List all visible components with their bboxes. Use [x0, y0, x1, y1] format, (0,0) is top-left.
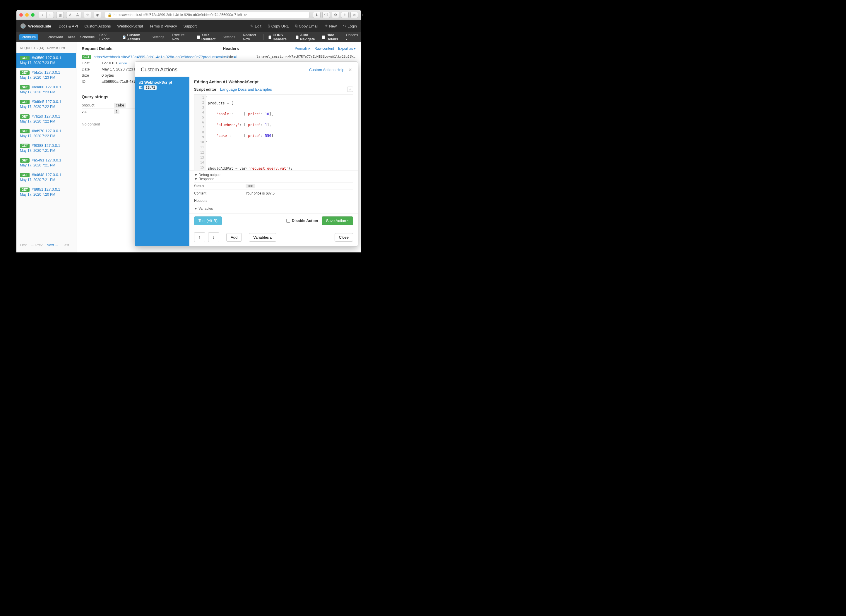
request-item[interactable]: GET #f8388 127.0.0.1May 17, 2020 7:21 PM — [16, 141, 76, 155]
request-time: May 17, 2020 7:23 PM — [20, 61, 73, 65]
test-button[interactable]: Test (Alt-R) — [194, 216, 222, 225]
qs-key: vat — [82, 109, 114, 114]
close-icon[interactable]: × — [348, 66, 352, 73]
nav-webhookscript[interactable]: WebhookScript — [118, 24, 143, 28]
nav-docs[interactable]: Docs & API — [59, 24, 78, 28]
move-down-button[interactable]: ↓ — [208, 232, 219, 242]
window-zoom-button[interactable] — [31, 13, 35, 17]
tb-custom-actions[interactable]: Custom Actions — [123, 33, 147, 41]
browser-chrome: ‹ › ▥ A A ☆ ◉ 🔒 https://webhook.site/#!/… — [16, 10, 361, 20]
checkbox-icon — [268, 35, 271, 39]
request-item[interactable]: GET #a9a60 127.0.0.1May 17, 2020 7:23 PM — [16, 82, 76, 97]
method-badge: GET — [20, 158, 29, 163]
disable-action-checkbox[interactable]: Disable Action — [286, 219, 318, 223]
nav-new[interactable]: ✚New — [325, 24, 337, 28]
info-button[interactable]: ⓘ — [322, 12, 330, 18]
tb-alias[interactable]: Alias — [68, 35, 75, 39]
code-editor[interactable]: 123456789101112131415161718192021 produc… — [194, 94, 353, 170]
tb-options[interactable]: Options — [346, 33, 358, 41]
nav-terms[interactable]: Terms & Privacy — [150, 24, 177, 28]
tb-hide[interactable]: Hide Details — [322, 33, 341, 41]
top-nav: ⚓ Webhook.site Docs & API Custom Actions… — [16, 20, 361, 32]
window-minimize-button[interactable] — [25, 13, 29, 17]
request-item[interactable]: GET #7b1df 127.0.0.1May 17, 2020 7:22 PM — [16, 112, 76, 126]
nav-copy-email[interactable]: ⎘Copy Email — [295, 24, 318, 28]
request-item[interactable]: GET #b4648 127.0.0.1May 17, 2020 7:21 PM — [16, 170, 76, 185]
bookmark-button[interactable]: ☆ — [84, 12, 91, 18]
help-link[interactable]: Custom Actions Help — [309, 67, 344, 72]
tb-cors[interactable]: CORS Headers — [268, 33, 291, 41]
nav-login[interactable]: ↪Login — [343, 24, 357, 28]
pager-prev[interactable]: ← Prev — [31, 243, 43, 247]
request-id: #b4648 127.0.0.1 — [32, 173, 61, 177]
variables-toggle[interactable]: ▼ Variables — [194, 207, 353, 211]
compass-button[interactable]: ◉ — [94, 12, 101, 18]
docs-link[interactable]: Language Docs and Examples — [220, 87, 272, 92]
tb-execute[interactable]: Execute Now — [172, 33, 187, 41]
request-id: #bd970 127.0.0.1 — [32, 129, 61, 133]
sidebar-toggle-button[interactable]: ▥ — [56, 12, 64, 18]
window-close-button[interactable] — [19, 13, 23, 17]
tb-schedule[interactable]: Schedule — [80, 35, 94, 39]
script-editor-label: Script editor — [194, 87, 216, 92]
action-item[interactable]: #1 WebhookScript ID: 53b72 — [135, 77, 190, 93]
brand-text: Webhook.site — [28, 24, 51, 28]
expand-icon[interactable]: ⤢ — [347, 87, 353, 92]
url-bar[interactable]: 🔒 https://webhook.site/#!/673a4899-3db1-… — [105, 12, 309, 18]
plus-icon: ✚ — [325, 24, 328, 28]
share-button[interactable]: ⇪ — [341, 12, 349, 18]
whois-link[interactable]: whois — [119, 62, 127, 65]
tabs-button[interactable]: ⧉ — [350, 12, 358, 18]
pager-first[interactable]: First — [20, 243, 26, 247]
save-action-button[interactable]: Save Action * — [322, 216, 353, 225]
method-badge: GET — [20, 129, 29, 133]
method-badge: GET — [20, 114, 29, 119]
copy-icon: ⎘ — [295, 24, 297, 28]
text-smaller-button[interactable]: A — [66, 12, 74, 18]
request-item[interactable]: GET #f9951 127.0.0.1May 17, 2020 7:20 PM — [16, 185, 76, 199]
request-item[interactable]: GET #a5491 127.0.0.1May 17, 2020 7:21 PM — [16, 155, 76, 170]
headers-title: Headers — [223, 46, 356, 51]
header-key: cookie — [223, 55, 256, 59]
move-up-button[interactable]: ↑ — [194, 232, 205, 242]
tb-settings1[interactable]: Settings... — [152, 35, 167, 39]
pager-last[interactable]: Last — [62, 243, 69, 247]
request-item[interactable]: GET #0d9e5 127.0.0.1May 17, 2020 7:22 PM — [16, 97, 76, 112]
nav-back-button[interactable]: ‹ — [39, 12, 46, 18]
request-item[interactable]: GET #a3569 127.0.0.1May 17, 2020 7:23 PM — [16, 53, 76, 68]
status-value: 200 — [246, 184, 255, 188]
request-item[interactable]: GET #bfa1d 127.0.0.1May 17, 2020 7:23 PM — [16, 68, 76, 82]
nav-forward-button[interactable]: › — [46, 12, 54, 18]
tb-xhr[interactable]: XHR Redirect — [197, 33, 218, 41]
response-toggle[interactable]: ▼ Response — [194, 177, 353, 181]
pager-next[interactable]: Next → — [47, 243, 58, 247]
nav-custom-actions[interactable]: Custom Actions — [84, 24, 111, 28]
nav-support[interactable]: Support — [183, 24, 197, 28]
reload-icon[interactable]: ⟳ — [244, 13, 247, 17]
settings-button[interactable]: ⚙ — [332, 12, 339, 18]
tb-redirect[interactable]: Redirect Now — [243, 33, 259, 41]
tb-csv[interactable]: CSV Export — [100, 33, 113, 41]
nav-copy-url[interactable]: ⎘Copy URL — [268, 24, 289, 28]
request-url[interactable]: https://webhook.site/673a4899-3db1-4d1c-… — [94, 55, 238, 59]
method-badge: GET — [20, 100, 29, 104]
download-button[interactable]: ⬇ — [313, 12, 321, 18]
new-tab-button[interactable]: + — [360, 10, 366, 20]
tb-autonav[interactable]: Auto Navigate — [296, 33, 317, 41]
debug-outputs-toggle[interactable]: ▼ Debug outputs — [194, 173, 353, 177]
sort-toggle[interactable]: Newest First — [47, 46, 65, 50]
nav-edit[interactable]: ✎Edit — [250, 24, 261, 28]
variables-button[interactable]: Variables ▴ — [249, 233, 277, 242]
close-button[interactable]: Close — [335, 233, 353, 242]
premium-badge[interactable]: Premium — [19, 34, 38, 40]
tb-password[interactable]: Password — [48, 35, 63, 39]
request-time: May 17, 2020 7:22 PM — [20, 119, 73, 123]
brand[interactable]: ⚓ Webhook.site — [21, 23, 51, 29]
method-badge: GET — [20, 188, 29, 192]
add-button[interactable]: Add — [226, 233, 242, 242]
qs-val: 1 — [114, 109, 119, 114]
request-id: #f9951 127.0.0.1 — [32, 187, 60, 192]
text-larger-button[interactable]: A — [74, 12, 81, 18]
tb-settings2[interactable]: Settings... — [222, 35, 238, 39]
request-item[interactable]: GET #bd970 127.0.0.1May 17, 2020 7:22 PM — [16, 126, 76, 141]
